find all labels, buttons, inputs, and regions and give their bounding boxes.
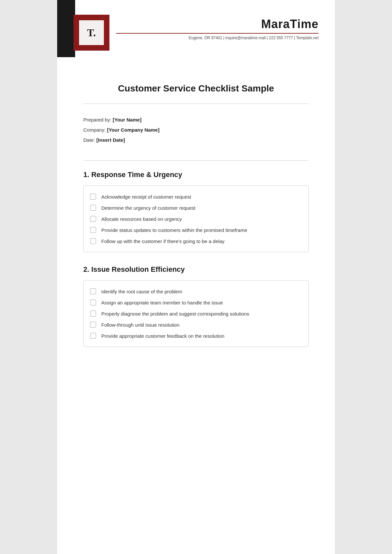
checkbox[interactable] — [90, 238, 96, 244]
list-item: Properly diagnose the problem and sugges… — [90, 308, 302, 319]
checklist-box-2: Identify the root cause of the problemAs… — [83, 280, 309, 347]
document-title: Customer Service Checklist Sample — [83, 83, 309, 94]
logo-letter: T. — [87, 27, 96, 39]
checklist-item-label: Determine the urgency of customer reques… — [101, 205, 195, 211]
prepared-by-value: [Your Name] — [113, 117, 141, 122]
list-item: Allocate resources based on urgency — [90, 213, 302, 224]
header: T. MaraTime Eugene, OR 97401 | inquire@m… — [57, 0, 335, 57]
divider-2 — [83, 160, 309, 161]
list-item: Assign an appropriate team member to han… — [90, 297, 302, 308]
list-item: Provide status updates to customers with… — [90, 224, 302, 236]
logo-area: T. — [57, 0, 109, 57]
section-2: 2. Issue Resolution EfficiencyIdentify t… — [83, 265, 309, 347]
checklist-item-label: Identify the root cause of the problem — [101, 289, 182, 294]
list-item: Provide appropriate customer feedback on… — [90, 330, 302, 341]
logo-inner: T. — [78, 20, 105, 46]
checklist-box-1: Acknowledge receipt of customer requestD… — [83, 186, 309, 252]
main-content: Customer Service Checklist Sample Prepar… — [57, 57, 335, 373]
company-name: MaraTime — [261, 17, 318, 31]
checklist-item-label: Assign an appropriate team member to han… — [101, 300, 223, 305]
checklist-item-label: Acknowledge receipt of customer request — [101, 194, 191, 200]
list-item: Determine the urgency of customer reques… — [90, 202, 302, 213]
prepared-by-label: Prepared by: — [83, 117, 111, 122]
checkbox[interactable] — [90, 216, 96, 222]
meta-section: Prepared by: [Your Name] Company: [Your … — [83, 110, 309, 154]
date-label: Date: — [83, 137, 95, 143]
list-item: Follow up with the customer if there's g… — [90, 236, 302, 247]
checkbox[interactable] — [90, 227, 96, 233]
company-row: Company: [Your Company Name] — [83, 127, 309, 133]
page: T. MaraTime Eugene, OR 97401 | inquire@m… — [57, 0, 335, 554]
list-item: Follow-through until issue resolution — [90, 319, 302, 330]
sections-container: 1. Response Time & UrgencyAcknowledge re… — [83, 171, 309, 347]
divider-1 — [83, 104, 309, 104]
company-value: [Your Company Name] — [107, 127, 160, 133]
checklist-item-label: Follow-through until issue resolution — [101, 322, 179, 328]
checkbox[interactable] — [90, 205, 96, 211]
date-row: Date: [Insert Date] — [83, 137, 309, 143]
logo-outer: T. — [74, 15, 109, 51]
checkbox[interactable] — [90, 311, 96, 317]
company-info: Eugene, OR 97401 | inquire@maratime.mail… — [188, 36, 318, 40]
checkbox[interactable] — [90, 300, 96, 305]
section-title-1: 1. Response Time & Urgency — [83, 171, 309, 179]
company-divider — [116, 33, 318, 34]
prepared-by-row: Prepared by: [Your Name] — [83, 117, 309, 122]
list-item: Acknowledge receipt of customer request — [90, 191, 302, 202]
header-right: MaraTime Eugene, OR 97401 | inquire@mara… — [109, 0, 335, 57]
section-title-2: 2. Issue Resolution Efficiency — [83, 265, 309, 274]
checklist-item-label: Provide status updates to customers with… — [101, 227, 247, 233]
checklist-item-label: Allocate resources based on urgency — [101, 216, 182, 222]
checkbox[interactable] — [90, 288, 96, 294]
list-item: Identify the root cause of the problem — [90, 286, 302, 297]
checklist-item-label: Provide appropriate customer feedback on… — [101, 333, 224, 339]
date-value: [Insert Date] — [96, 137, 125, 143]
checklist-item-label: Properly diagnose the problem and sugges… — [101, 311, 249, 317]
checkbox[interactable] — [90, 322, 96, 328]
checklist-item-label: Follow up with the customer if there's g… — [101, 238, 224, 244]
checkbox[interactable] — [90, 194, 96, 200]
section-1: 1. Response Time & UrgencyAcknowledge re… — [83, 171, 309, 252]
checkbox[interactable] — [90, 333, 96, 339]
company-label: Company: — [83, 127, 106, 133]
